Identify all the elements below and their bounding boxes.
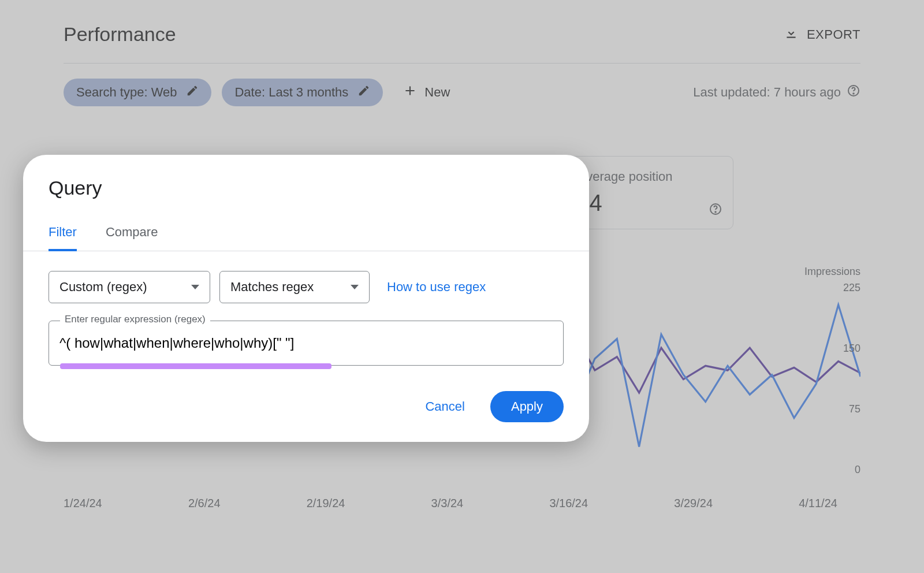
chevron-down-icon bbox=[191, 285, 199, 289]
query-filter-modal: Query Filter Compare Custom (regex) Matc… bbox=[23, 155, 589, 442]
tab-compare[interactable]: Compare bbox=[106, 219, 158, 251]
cancel-button[interactable]: Cancel bbox=[415, 392, 475, 421]
select-filter-mode[interactable]: Custom (regex) bbox=[49, 271, 210, 303]
regex-input[interactable] bbox=[49, 321, 564, 366]
select-filter-mode-value: Custom (regex) bbox=[59, 280, 147, 295]
regex-field-label: Enter regular expression (regex) bbox=[60, 314, 210, 325]
select-match-type[interactable]: Matches regex bbox=[219, 271, 370, 303]
how-to-use-regex-link[interactable]: How to use regex bbox=[387, 280, 486, 295]
highlight-bar bbox=[60, 363, 331, 369]
modal-title: Query bbox=[49, 177, 564, 199]
tab-filter[interactable]: Filter bbox=[49, 219, 77, 251]
apply-button[interactable]: Apply bbox=[490, 391, 564, 422]
select-match-type-value: Matches regex bbox=[230, 280, 314, 295]
chevron-down-icon bbox=[351, 285, 359, 289]
